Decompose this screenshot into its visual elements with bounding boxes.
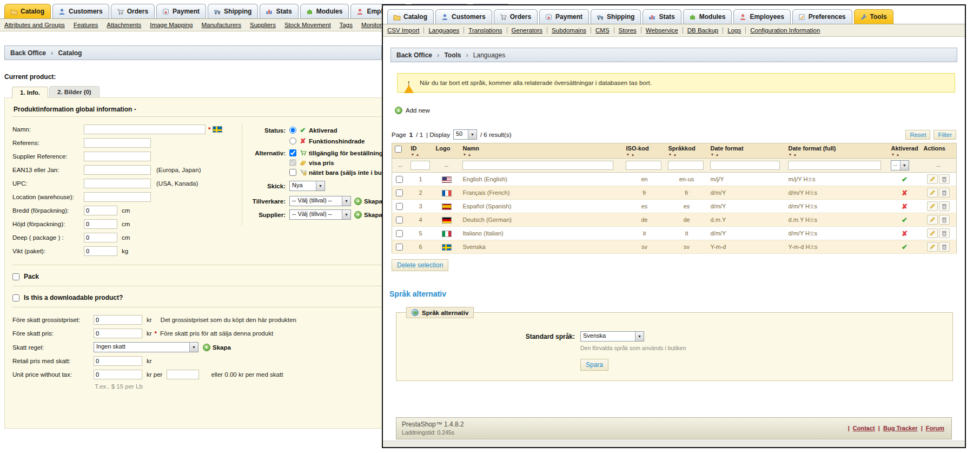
- add-plus-icon[interactable]: +: [354, 198, 362, 205]
- subnav-cms[interactable]: CMS: [595, 27, 610, 34]
- filter-date-input[interactable]: [710, 161, 780, 170]
- enabled-status-icon[interactable]: ✘: [902, 229, 908, 238]
- row-checkbox[interactable]: [396, 189, 403, 196]
- tab-shipping[interactable]: Shipping: [591, 9, 641, 24]
- delete-button[interactable]: [939, 188, 950, 198]
- supplier-reference-input[interactable]: [84, 152, 151, 161]
- unit-price-input[interactable]: [94, 370, 142, 379]
- subnav-generators[interactable]: Generators: [512, 27, 543, 34]
- subnav-attachments[interactable]: Attachments: [107, 22, 141, 28]
- tab-preferences[interactable]: Preferences: [792, 9, 852, 24]
- sort-date-format[interactable]: ▼▲: [711, 153, 783, 156]
- filter-enabled-select[interactable]: --▼: [891, 160, 909, 170]
- retail-price-input[interactable]: [94, 356, 142, 366]
- subnav-tags[interactable]: Tags: [340, 22, 353, 28]
- select-all-checkbox[interactable]: [395, 146, 402, 153]
- tab-product-images[interactable]: 2. Bilder (0): [49, 86, 100, 97]
- tab-tools[interactable]: Tools: [854, 9, 893, 24]
- pretax-price-input[interactable]: [94, 329, 142, 338]
- tab-catalog[interactable]: Catalog: [4, 4, 51, 18]
- filter-button[interactable]: Filter: [933, 130, 956, 140]
- upc-input[interactable]: [84, 179, 151, 188]
- weight-input[interactable]: [84, 246, 117, 256]
- depth-input[interactable]: [84, 233, 117, 242]
- save-button[interactable]: Spara: [580, 359, 608, 371]
- add-new-language-link[interactable]: + Add new: [395, 107, 430, 114]
- create-manufacturer-label[interactable]: Skapa: [364, 198, 382, 205]
- subnav-csv-import[interactable]: CSV Import: [387, 27, 419, 34]
- subnav-stock-movement[interactable]: Stock Movement: [284, 22, 331, 28]
- sort-id[interactable]: ▼▲: [411, 153, 431, 156]
- subnav-languages[interactable]: Languages: [428, 27, 459, 34]
- tab-stats[interactable]: Stats: [643, 9, 681, 24]
- delete-button[interactable]: [939, 174, 950, 184]
- tab-product-info[interactable]: 1. Info.: [12, 87, 48, 98]
- sort-iso[interactable]: ▼▲: [626, 153, 663, 156]
- edit-button[interactable]: [927, 228, 938, 238]
- filter-iso-input[interactable]: [626, 161, 662, 170]
- wholesale-price-input[interactable]: [94, 315, 142, 325]
- sort-lang-code[interactable]: ▼▲: [668, 153, 705, 156]
- subnav-configuration-information[interactable]: Configuration Information: [750, 27, 820, 34]
- enabled-status-icon[interactable]: ✔: [902, 216, 908, 224]
- tab-modules[interactable]: Modules: [300, 4, 349, 18]
- pack-checkbox[interactable]: [12, 273, 19, 280]
- filter-id-input[interactable]: [410, 161, 430, 170]
- edit-button[interactable]: [927, 215, 938, 225]
- edit-button[interactable]: [927, 174, 938, 184]
- delete-selection-button[interactable]: Delete selection: [392, 259, 448, 271]
- delete-button[interactable]: [939, 242, 950, 252]
- filter-name-input[interactable]: [462, 161, 613, 170]
- tab-catalog[interactable]: Catalog: [387, 9, 434, 24]
- add-plus-icon[interactable]: +: [203, 344, 210, 351]
- row-checkbox[interactable]: [396, 230, 403, 237]
- tab-modules[interactable]: Modules: [683, 9, 732, 24]
- subnav-translations[interactable]: Translations: [468, 27, 502, 34]
- sweden-flag-icon[interactable]: [213, 126, 222, 133]
- tab-payment[interactable]: Payment: [156, 4, 206, 18]
- filter-lang-code-input[interactable]: [668, 161, 704, 170]
- supplier-select[interactable]: -- Välj (tillval) --▼: [289, 209, 351, 220]
- delete-button[interactable]: [939, 215, 950, 225]
- online-only-checkbox[interactable]: [289, 169, 296, 176]
- tab-shipping[interactable]: Shipping: [208, 4, 258, 18]
- manufacturer-select[interactable]: -- Välj (tillval) --▼: [289, 196, 351, 206]
- create-tax-label[interactable]: Skapa: [213, 344, 231, 351]
- unit-price-per-input[interactable]: [167, 370, 199, 379]
- reference-input[interactable]: [84, 138, 151, 148]
- enabled-status-icon[interactable]: ✘: [902, 202, 908, 211]
- tab-payment[interactable]: Payment: [539, 9, 589, 24]
- location-input[interactable]: [84, 192, 151, 202]
- row-checkbox[interactable]: [396, 244, 403, 251]
- enabled-status-icon[interactable]: ✘: [902, 189, 908, 197]
- subnav-attributes[interactable]: Attributes and Groups: [4, 22, 65, 28]
- filter-date-full-input[interactable]: [788, 161, 882, 170]
- subnav-subdomains[interactable]: Subdomains: [552, 27, 586, 34]
- row-checkbox[interactable]: [396, 176, 403, 183]
- status-enabled-radio[interactable]: [289, 127, 296, 134]
- tab-employees[interactable]: Employees: [733, 9, 790, 24]
- tab-customers[interactable]: Customers: [435, 9, 492, 24]
- width-input[interactable]: [84, 206, 117, 215]
- subnav-suppliers[interactable]: Suppliers: [250, 22, 276, 28]
- subnav-image-mapping[interactable]: Image Mapping: [150, 22, 193, 28]
- downloadable-checkbox[interactable]: [12, 294, 19, 301]
- height-input[interactable]: [84, 219, 117, 229]
- sort-enabled[interactable]: ▼▲: [891, 153, 918, 156]
- reset-button[interactable]: Reset: [905, 130, 930, 140]
- enabled-status-icon[interactable]: ✔: [902, 243, 908, 251]
- subnav-webservice[interactable]: Webservice: [646, 27, 678, 34]
- default-language-select[interactable]: Svenska▼: [580, 331, 644, 342]
- ean-input[interactable]: [84, 165, 151, 175]
- show-price-checkbox[interactable]: [289, 159, 296, 166]
- delete-button[interactable]: [939, 201, 950, 211]
- row-checkbox[interactable]: [396, 203, 403, 210]
- subnav-manufacturers[interactable]: Manufacturers: [201, 22, 241, 28]
- subnav-db-backup[interactable]: DB Backup: [687, 27, 719, 34]
- subnav-features[interactable]: Features: [74, 22, 98, 28]
- edit-button[interactable]: [927, 242, 938, 252]
- row-checkbox[interactable]: [396, 216, 403, 224]
- breadcrumb-root[interactable]: Back Office: [10, 49, 46, 57]
- name-input[interactable]: [84, 124, 206, 134]
- subnav-logs[interactable]: Logs: [727, 27, 741, 34]
